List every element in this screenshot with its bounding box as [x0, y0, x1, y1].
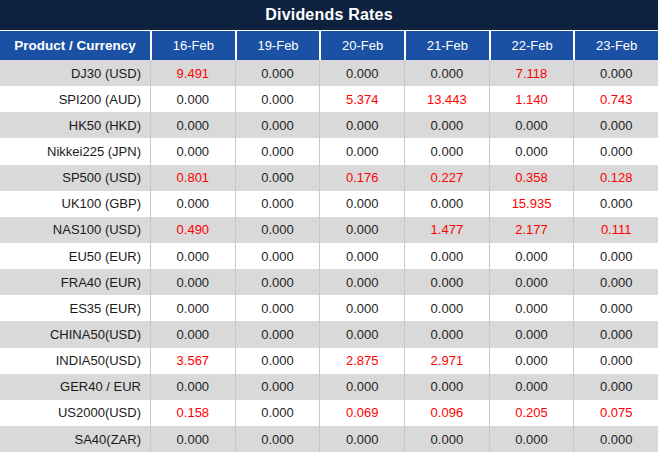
value-cell: 2.971: [404, 348, 489, 374]
value-cell: 0.000: [573, 60, 658, 86]
value-cell: 0.000: [404, 60, 489, 86]
column-header-row: Product / Currency 16-Feb19-Feb20-Feb21-…: [0, 30, 658, 60]
title-bar: Dividends Rates: [0, 0, 658, 30]
value-cell: 0.490: [150, 217, 235, 243]
value-cell: 0.000: [235, 269, 320, 295]
table-row: US2000(USD)0.1580.0000.0690.0960.2050.07…: [0, 400, 658, 426]
product-cell: SA40(ZAR): [0, 426, 150, 452]
value-cell: 2.875: [319, 348, 404, 374]
value-cell: 0.000: [319, 295, 404, 321]
table-row: DJ30 (USD)9.4910.0000.0000.0007.1180.000: [0, 60, 658, 86]
value-cell: 3.567: [150, 348, 235, 374]
table-row: SPI200 (AUD)0.0000.0005.37413.4431.1400.…: [0, 86, 658, 112]
value-cell: 0.000: [150, 138, 235, 164]
value-cell: 0.000: [319, 243, 404, 269]
product-cell: UK100 (GBP): [0, 191, 150, 217]
value-cell: 0.000: [235, 374, 320, 400]
value-cell: 0.000: [573, 374, 658, 400]
value-cell: 0.000: [235, 243, 320, 269]
table-row: Nikkei225 (JPN)0.0000.0000.0000.0000.000…: [0, 138, 658, 164]
date-header: 23-Feb: [573, 31, 658, 60]
date-header: 21-Feb: [404, 31, 489, 60]
value-cell: 13.443: [404, 86, 489, 112]
value-cell: 0.000: [489, 321, 574, 347]
value-cell: 0.000: [404, 138, 489, 164]
product-cell: US2000(USD): [0, 400, 150, 426]
product-cell: SP500 (USD): [0, 165, 150, 191]
value-cell: 0.205: [489, 400, 574, 426]
value-cell: 7.118: [489, 60, 574, 86]
value-cell: 0.075: [573, 400, 658, 426]
value-cell: 0.000: [235, 60, 320, 86]
value-cell: 0.000: [489, 243, 574, 269]
value-cell: 0.000: [319, 138, 404, 164]
corner-header-product-currency: Product / Currency: [0, 31, 150, 60]
value-cell: 0.176: [319, 165, 404, 191]
table-row: SP500 (USD)0.8010.0000.1760.2270.3580.12…: [0, 165, 658, 191]
value-cell: 0.000: [573, 295, 658, 321]
value-cell: 0.000: [150, 112, 235, 138]
value-cell: 0.000: [489, 138, 574, 164]
value-cell: 0.096: [404, 400, 489, 426]
value-cell: 0.000: [404, 426, 489, 452]
value-cell: 0.000: [404, 321, 489, 347]
value-cell: 0.000: [573, 426, 658, 452]
value-cell: 0.000: [489, 374, 574, 400]
product-cell: ES35 (EUR): [0, 295, 150, 321]
table-row: SA40(ZAR)0.0000.0000.0000.0000.0000.000: [0, 426, 658, 452]
value-cell: 0.000: [489, 348, 574, 374]
table-row: FRA40 (EUR)0.0000.0000.0000.0000.0000.00…: [0, 269, 658, 295]
value-cell: 0.000: [150, 191, 235, 217]
product-cell: NAS100 (USD): [0, 217, 150, 243]
product-cell: EU50 (EUR): [0, 243, 150, 269]
page-title: Dividends Rates: [265, 6, 392, 24]
value-cell: 0.000: [150, 295, 235, 321]
value-cell: 0.111: [573, 217, 658, 243]
value-cell: 0.000: [150, 374, 235, 400]
value-cell: 0.801: [150, 165, 235, 191]
value-cell: 0.000: [235, 217, 320, 243]
product-cell: Nikkei225 (JPN): [0, 138, 150, 164]
value-cell: 0.000: [235, 86, 320, 112]
value-cell: 0.000: [319, 269, 404, 295]
value-cell: 0.000: [404, 191, 489, 217]
value-cell: 0.000: [235, 165, 320, 191]
value-cell: 0.000: [489, 426, 574, 452]
product-cell: DJ30 (USD): [0, 60, 150, 86]
value-cell: 0.000: [235, 138, 320, 164]
value-cell: 0.000: [489, 269, 574, 295]
date-header: 19-Feb: [235, 31, 320, 60]
table-row: CHINA50(USD)0.0000.0000.0000.0000.0000.0…: [0, 321, 658, 347]
table-row: ES35 (EUR)0.0000.0000.0000.0000.0000.000: [0, 295, 658, 321]
value-cell: 0.227: [404, 165, 489, 191]
value-cell: 0.000: [573, 191, 658, 217]
value-cell: 0.358: [489, 165, 574, 191]
value-cell: 0.000: [235, 295, 320, 321]
value-cell: 0.158: [150, 400, 235, 426]
value-cell: 0.069: [319, 400, 404, 426]
value-cell: 1.477: [404, 217, 489, 243]
value-cell: 0.000: [235, 191, 320, 217]
value-cell: 0.000: [404, 374, 489, 400]
value-cell: 0.000: [319, 426, 404, 452]
product-cell: HK50 (HKD): [0, 112, 150, 138]
value-cell: 0.000: [150, 426, 235, 452]
value-cell: 1.140: [489, 86, 574, 112]
value-cell: 15.935: [489, 191, 574, 217]
value-cell: 0.000: [235, 348, 320, 374]
product-cell: INDIA50(USD): [0, 348, 150, 374]
value-cell: 0.000: [573, 243, 658, 269]
value-cell: 0.000: [573, 112, 658, 138]
value-cell: 0.000: [404, 295, 489, 321]
table-row: GER40 / EUR0.0000.0000.0000.0000.0000.00…: [0, 374, 658, 400]
product-cell: CHINA50(USD): [0, 321, 150, 347]
value-cell: 0.000: [319, 60, 404, 86]
value-cell: 0.000: [573, 348, 658, 374]
value-cell: 0.000: [404, 112, 489, 138]
value-cell: 0.000: [235, 112, 320, 138]
dividends-rates-widget: Dividends Rates Product / Currency 16-Fe…: [0, 0, 658, 452]
date-header: 16-Feb: [150, 31, 235, 60]
product-cell: GER40 / EUR: [0, 374, 150, 400]
value-cell: 0.000: [404, 243, 489, 269]
value-cell: 0.000: [235, 321, 320, 347]
